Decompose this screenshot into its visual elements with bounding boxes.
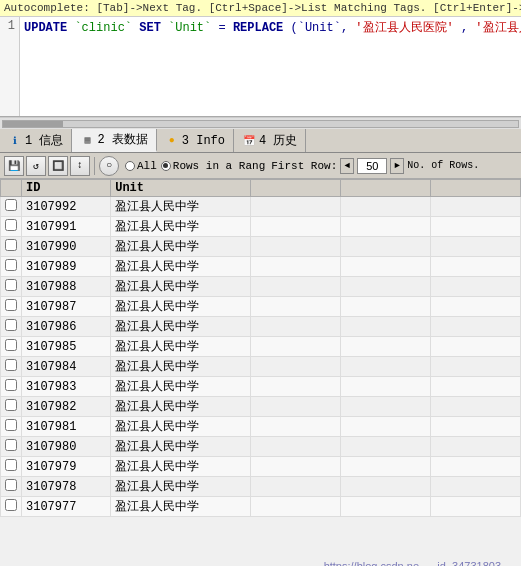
- row-checkbox-cell[interactable]: [1, 457, 22, 477]
- sql-content[interactable]: UPDATE `clinic` SET `Unit` = REPLACE (`U…: [20, 17, 521, 38]
- table-row[interactable]: 3107991 盈江县人民中学: [1, 217, 521, 237]
- row-checkbox[interactable]: [5, 459, 17, 471]
- table-row[interactable]: 3107984 盈江县人民中学: [1, 357, 521, 377]
- table-row[interactable]: 3107990 盈江县人民中学: [1, 237, 521, 257]
- row-checkbox-cell[interactable]: [1, 377, 22, 397]
- row-checkbox-cell[interactable]: [1, 257, 22, 277]
- table-row[interactable]: 3107979 盈江县人民中学: [1, 457, 521, 477]
- row-checkbox[interactable]: [5, 299, 17, 311]
- chart-icon: ●: [165, 134, 179, 148]
- row-checkbox-cell[interactable]: [1, 217, 22, 237]
- cell-extra1: [250, 217, 340, 237]
- cell-extra2: [340, 357, 430, 377]
- all-radio[interactable]: [125, 161, 135, 171]
- row-checkbox[interactable]: [5, 359, 17, 371]
- sort-button[interactable]: ↕: [70, 156, 90, 176]
- sql-editor[interactable]: 1 UPDATE `clinic` SET `Unit` = REPLACE (…: [0, 17, 521, 117]
- col-unit[interactable]: Unit: [111, 180, 251, 197]
- row-checkbox[interactable]: [5, 419, 17, 431]
- cell-extra1: [250, 337, 340, 357]
- autocomplete-bar: Autocomplete: [Tab]->Next Tag. [Ctrl+Spa…: [0, 0, 521, 17]
- first-row-label: First Row:: [271, 160, 337, 172]
- table-row[interactable]: 3107982 盈江县人民中学: [1, 397, 521, 417]
- cell-id: 3107986: [22, 317, 111, 337]
- col-id[interactable]: ID: [22, 180, 111, 197]
- row-checkbox[interactable]: [5, 339, 17, 351]
- table-row[interactable]: 3107992 盈江县人民中学: [1, 197, 521, 217]
- row-checkbox-cell[interactable]: [1, 497, 22, 517]
- calendar-icon: 📅: [242, 134, 256, 148]
- editor-horizontal-scrollbar[interactable]: [0, 117, 521, 129]
- table-scroll[interactable]: ID Unit 3107992 盈江县人民中学: [0, 179, 521, 566]
- row-checkbox-cell[interactable]: [1, 437, 22, 457]
- row-checkbox[interactable]: [5, 259, 17, 271]
- save-button[interactable]: 💾: [4, 156, 24, 176]
- tab-info-label: 1 信息: [25, 132, 63, 149]
- cell-extra3: [430, 437, 520, 457]
- cell-extra3: [430, 497, 520, 517]
- cell-unit: 盈江县人民中学: [111, 357, 251, 377]
- row-checkbox-cell[interactable]: [1, 477, 22, 497]
- table-row[interactable]: 3107986 盈江县人民中学: [1, 317, 521, 337]
- all-radio-item[interactable]: All: [125, 160, 157, 172]
- tab-data[interactable]: ▦ 2 表数据: [72, 129, 156, 152]
- cell-unit: 盈江县人民中学: [111, 197, 251, 217]
- rows-range-radio[interactable]: [161, 161, 171, 171]
- cell-extra3: [430, 417, 520, 437]
- row-checkbox[interactable]: [5, 199, 17, 211]
- cell-unit: 盈江县人民中学: [111, 277, 251, 297]
- rows-range-radio-item[interactable]: Rows in a Rang: [161, 160, 265, 172]
- prev-page-button[interactable]: ◄: [340, 158, 354, 174]
- cell-unit: 盈江县人民中学: [111, 297, 251, 317]
- cell-extra3: [430, 197, 520, 217]
- cell-id: 3107988: [22, 277, 111, 297]
- filter-button[interactable]: 🔲: [48, 156, 68, 176]
- cell-unit: 盈江县人民中学: [111, 317, 251, 337]
- info-icon: ℹ: [8, 134, 22, 148]
- row-checkbox-cell[interactable]: [1, 397, 22, 417]
- cell-extra3: [430, 357, 520, 377]
- next-page-button[interactable]: ►: [390, 158, 404, 174]
- row-checkbox[interactable]: [5, 379, 17, 391]
- row-checkbox-cell[interactable]: [1, 297, 22, 317]
- cell-id: 3107980: [22, 437, 111, 457]
- tab-history[interactable]: 📅 4 历史: [234, 129, 306, 152]
- table-row[interactable]: 3107987 盈江县人民中学: [1, 297, 521, 317]
- row-checkbox[interactable]: [5, 499, 17, 511]
- row-checkbox-cell[interactable]: [1, 237, 22, 257]
- toolbar-sep1: [94, 157, 95, 175]
- table-row[interactable]: 3107978 盈江县人民中学: [1, 477, 521, 497]
- table-row[interactable]: 3107980 盈江县人民中学: [1, 437, 521, 457]
- row-checkbox[interactable]: [5, 439, 17, 451]
- tab-info3[interactable]: ● 3 Info: [157, 129, 234, 152]
- table-row[interactable]: 3107989 盈江县人民中学: [1, 257, 521, 277]
- row-checkbox[interactable]: [5, 219, 17, 231]
- refresh-button[interactable]: ↺: [26, 156, 46, 176]
- row-checkbox[interactable]: [5, 399, 17, 411]
- scrollbar-track[interactable]: [2, 120, 519, 128]
- cell-id: 3107989: [22, 257, 111, 277]
- row-checkbox-cell[interactable]: [1, 317, 22, 337]
- rows-input[interactable]: [357, 158, 387, 174]
- table-row[interactable]: 3107988 盈江县人民中学: [1, 277, 521, 297]
- table-row[interactable]: 3107981 盈江县人民中学: [1, 417, 521, 437]
- table-row[interactable]: 3107983 盈江县人民中学: [1, 377, 521, 397]
- circle-button[interactable]: ○: [99, 156, 119, 176]
- row-checkbox-cell[interactable]: [1, 277, 22, 297]
- row-checkbox[interactable]: [5, 279, 17, 291]
- row-checkbox[interactable]: [5, 239, 17, 251]
- cell-extra2: [340, 417, 430, 437]
- table-row[interactable]: 3107977 盈江县人民中学: [1, 497, 521, 517]
- cell-extra2: [340, 217, 430, 237]
- row-checkbox-cell[interactable]: [1, 417, 22, 437]
- table-row[interactable]: 3107985 盈江县人民中学: [1, 337, 521, 357]
- row-checkbox-cell[interactable]: [1, 357, 22, 377]
- scrollbar-thumb[interactable]: [3, 121, 63, 127]
- tab-info[interactable]: ℹ 1 信息: [0, 129, 72, 152]
- row-checkbox-cell[interactable]: [1, 197, 22, 217]
- row-checkbox[interactable]: [5, 479, 17, 491]
- row-checkbox-cell[interactable]: [1, 337, 22, 357]
- cell-unit: 盈江县人民中学: [111, 377, 251, 397]
- row-checkbox[interactable]: [5, 319, 17, 331]
- cell-unit: 盈江县人民中学: [111, 237, 251, 257]
